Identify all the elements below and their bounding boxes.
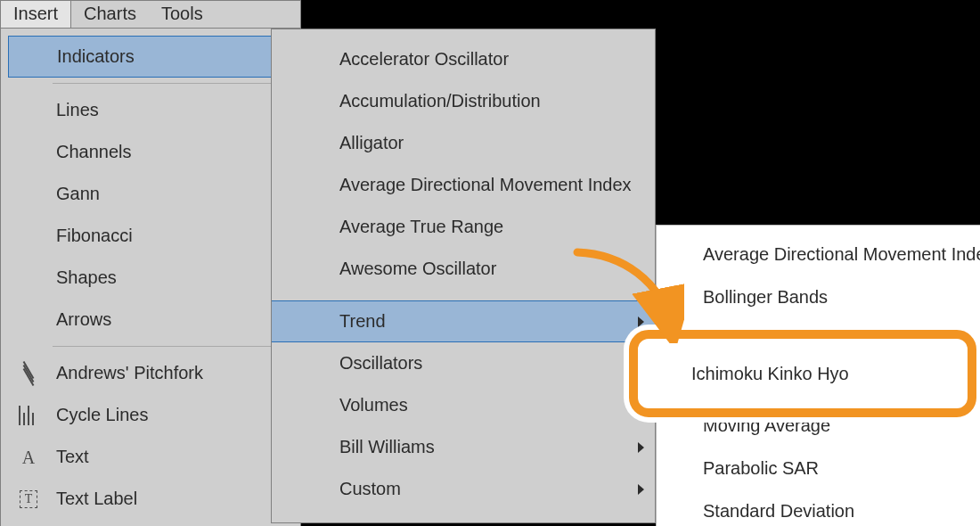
menu-item-label: Average Directional Movement Index <box>339 175 644 195</box>
menu-item-label: Average Directional Movement Index <box>703 244 980 265</box>
text-box-icon: T <box>1 490 56 508</box>
insert-menu: Indicators Lines Channels Gann Fibonacci… <box>0 29 301 526</box>
menu-item-parabolic-sar[interactable]: Parabolic SAR <box>657 447 980 489</box>
menu-item-standard-deviation[interactable]: Standard Deviation <box>657 489 980 526</box>
menu-item-label: Average True Range <box>339 217 644 237</box>
menu-spacer <box>272 290 655 300</box>
menu-item-label: Moving Average <box>703 415 980 436</box>
menu-item-ichimoku[interactable]: Ichimoku Kinko Hyo <box>657 361 980 404</box>
indicators-submenu: Accelerator Oscillator Accumulation/Dist… <box>271 29 656 523</box>
menu-item-bill-williams[interactable]: Bill Williams <box>272 426 655 468</box>
menu-item-label: Shapes <box>56 267 282 288</box>
menu-item-gann[interactable]: Gann <box>1 173 300 215</box>
menu-item-cycle-lines[interactable]: Cycle Lines <box>1 394 300 436</box>
menu-item-volumes[interactable]: Volumes <box>272 384 655 426</box>
menu-item-adx[interactable]: Average Directional Movement Index <box>272 164 655 206</box>
menu-item-accelerator-oscillator[interactable]: Accelerator Oscillator <box>272 38 655 80</box>
menu-item-label: Envelopes <box>703 330 980 350</box>
menu-item-andrews-pitchfork[interactable]: Andrews' Pitchfork <box>1 352 300 394</box>
menu-item-lines[interactable]: Lines <box>1 89 300 131</box>
menu-separator <box>53 346 290 347</box>
menu-item-envelopes[interactable]: Envelopes <box>657 318 980 361</box>
menu-item-text[interactable]: A Text <box>1 436 300 478</box>
menu-item-label: Oscillators <box>339 353 638 374</box>
menu-item-shapes[interactable]: Shapes <box>1 257 300 299</box>
menu-item-label: Accelerator Oscillator <box>339 49 644 70</box>
menu-item-arrows[interactable]: Arrows <box>1 299 300 341</box>
menu-item-label: Ichimoku Kinko Hyo <box>703 373 980 393</box>
menu-item-label: Arrows <box>56 309 282 330</box>
menu-item-label: Gann <box>56 184 282 204</box>
menu-item-label: Lines <box>56 100 282 120</box>
menubar: Insert Charts Tools <box>0 0 301 29</box>
trend-submenu: Average Directional Movement Index Bolli… <box>656 225 980 526</box>
menu-item-alligator[interactable]: Alligator <box>272 122 655 164</box>
menu-item-label: Trend <box>339 311 638 332</box>
menu-item-awesome-oscillator[interactable]: Awesome Oscillator <box>272 248 655 290</box>
menu-item-label: Bollinger Bands <box>703 287 980 308</box>
menu-item-moving-average[interactable]: Moving Average <box>657 404 980 447</box>
menubar-item-insert[interactable]: Insert <box>1 1 71 28</box>
menu-item-label: Indicators <box>57 46 281 67</box>
submenu-arrow-icon <box>638 442 644 453</box>
menu-item-adx-trend[interactable]: Average Directional Movement Index <box>657 233 980 275</box>
menubar-item-charts[interactable]: Charts <box>71 1 149 28</box>
menu-item-label: Volumes <box>339 395 638 415</box>
menu-item-fibonacci[interactable]: Fibonacci <box>1 215 300 257</box>
menu-item-label: Custom <box>339 479 638 499</box>
menu-item-channels[interactable]: Channels <box>1 131 300 173</box>
menu-item-label: Standard Deviation <box>703 501 980 522</box>
hatch-icon <box>1 364 56 383</box>
menu-item-atr[interactable]: Average True Range <box>272 206 655 248</box>
submenu-arrow-icon <box>638 316 644 327</box>
menu-item-trend[interactable]: Trend <box>272 300 655 342</box>
menu-item-label: Fibonacci <box>56 226 282 246</box>
menu-separator <box>53 83 290 84</box>
submenu-arrow-icon <box>638 484 644 495</box>
menu-item-label: Cycle Lines <box>56 405 288 425</box>
menu-item-label: Accumulation/Distribution <box>339 91 644 111</box>
menu-item-label: Awesome Oscillator <box>339 259 644 279</box>
menu-item-label: Channels <box>56 142 282 162</box>
menu-item-label: Text Label <box>56 489 288 509</box>
menu-item-label: Parabolic SAR <box>703 458 980 479</box>
menu-item-custom[interactable]: Custom <box>272 468 655 510</box>
menu-item-label: Alligator <box>339 133 644 153</box>
submenu-arrow-icon <box>638 358 644 369</box>
menubar-item-tools[interactable]: Tools <box>149 1 216 28</box>
menu-item-bollinger-bands[interactable]: Bollinger Bands <box>657 275 980 318</box>
menu-item-oscillators[interactable]: Oscillators <box>272 342 655 384</box>
bars-icon <box>1 406 56 425</box>
menu-item-label: Text <box>56 447 288 467</box>
menu-item-label: Andrews' Pitchfork <box>56 363 288 383</box>
letter-a-icon: A <box>1 448 56 467</box>
submenu-arrow-icon <box>638 400 644 411</box>
menu-item-label: Bill Williams <box>339 437 638 457</box>
menu-item-indicators[interactable]: Indicators <box>8 36 293 78</box>
menu-item-accumulation-distribution[interactable]: Accumulation/Distribution <box>272 80 655 122</box>
menu-item-text-label[interactable]: T Text Label <box>1 478 300 520</box>
